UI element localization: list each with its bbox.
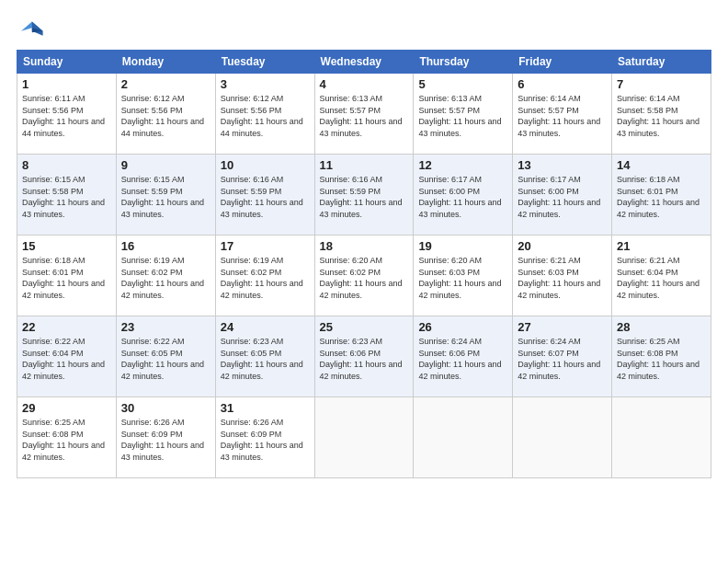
calendar-week-row: 15 Sunrise: 6:18 AM Sunset: 6:01 PM Dayl…	[17, 236, 711, 316]
day-info: Sunrise: 6:13 AM Sunset: 5:57 PM Dayligh…	[320, 93, 409, 139]
day-info: Sunrise: 6:19 AM Sunset: 6:02 PM Dayligh…	[221, 255, 310, 301]
sunrise-label: Sunrise: 6:21 AM	[617, 256, 680, 265]
day-number: 23	[121, 320, 210, 334]
sunrise-label: Sunrise: 6:18 AM	[617, 175, 680, 184]
day-number: 14	[617, 158, 706, 172]
calendar-table: Sunday Monday Tuesday Wednesday Thursday…	[17, 50, 711, 478]
day-number: 28	[617, 320, 706, 334]
day-info: Sunrise: 6:14 AM Sunset: 5:58 PM Dayligh…	[617, 93, 706, 139]
sunrise-label: Sunrise: 6:15 AM	[121, 175, 185, 184]
calendar-cell: 28 Sunrise: 6:25 AM Sunset: 6:08 PM Dayl…	[612, 316, 711, 397]
col-wednesday: Wednesday	[314, 51, 414, 74]
calendar-cell	[612, 397, 711, 478]
col-friday: Friday	[513, 51, 612, 74]
calendar-cell: 24 Sunrise: 6:23 AM Sunset: 6:05 PM Dayl…	[215, 316, 314, 397]
calendar-cell: 31 Sunrise: 6:26 AM Sunset: 6:09 PM Dayl…	[215, 397, 314, 478]
sunset-label: Sunset: 6:07 PM	[518, 349, 579, 358]
sunrise-label: Sunrise: 6:20 AM	[320, 256, 383, 265]
day-number: 27	[518, 320, 607, 334]
sunrise-label: Sunrise: 6:18 AM	[22, 256, 85, 265]
sunset-label: Sunset: 6:05 PM	[221, 349, 282, 358]
daylight-label: Daylight: 11 hours and 43 minutes.	[617, 117, 700, 138]
calendar-cell	[314, 397, 414, 478]
day-info: Sunrise: 6:17 AM Sunset: 6:00 PM Dayligh…	[418, 174, 507, 220]
sunset-label: Sunset: 5:59 PM	[221, 187, 282, 196]
sunset-label: Sunset: 6:01 PM	[22, 268, 84, 277]
calendar-cell: 1 Sunrise: 6:11 AM Sunset: 5:56 PM Dayli…	[17, 74, 117, 155]
calendar-cell: 21 Sunrise: 6:21 AM Sunset: 6:04 PM Dayl…	[612, 236, 711, 316]
daylight-label: Daylight: 11 hours and 42 minutes.	[617, 198, 700, 219]
sunrise-label: Sunrise: 6:16 AM	[320, 175, 383, 184]
sunset-label: Sunset: 5:57 PM	[418, 106, 480, 115]
day-number: 25	[320, 320, 409, 334]
calendar-cell: 9 Sunrise: 6:15 AM Sunset: 5:59 PM Dayli…	[116, 155, 215, 236]
calendar-cell: 20 Sunrise: 6:21 AM Sunset: 6:03 PM Dayl…	[513, 236, 612, 316]
daylight-label: Daylight: 11 hours and 42 minutes.	[22, 360, 105, 381]
daylight-label: Daylight: 11 hours and 43 minutes.	[518, 117, 600, 138]
sunset-label: Sunset: 5:57 PM	[320, 106, 381, 115]
sunset-label: Sunset: 5:58 PM	[22, 187, 84, 196]
day-number: 26	[418, 320, 507, 334]
calendar-cell: 22 Sunrise: 6:22 AM Sunset: 6:04 PM Dayl…	[17, 316, 117, 397]
calendar-cell: 17 Sunrise: 6:19 AM Sunset: 6:02 PM Dayl…	[215, 236, 314, 316]
sunset-label: Sunset: 6:03 PM	[518, 268, 579, 277]
day-number: 21	[617, 239, 706, 253]
sunset-label: Sunset: 6:00 PM	[518, 187, 579, 196]
calendar-cell: 26 Sunrise: 6:24 AM Sunset: 6:06 PM Dayl…	[414, 316, 513, 397]
sunrise-label: Sunrise: 6:22 AM	[121, 337, 185, 346]
calendar-header-row: Sunday Monday Tuesday Wednesday Thursday…	[17, 51, 711, 74]
calendar-cell: 30 Sunrise: 6:26 AM Sunset: 6:09 PM Dayl…	[116, 397, 215, 478]
day-info: Sunrise: 6:25 AM Sunset: 6:08 PM Dayligh…	[617, 336, 706, 382]
logo-icon	[17, 17, 46, 42]
day-number: 7	[617, 77, 706, 91]
daylight-label: Daylight: 11 hours and 43 minutes.	[22, 198, 105, 219]
day-info: Sunrise: 6:14 AM Sunset: 5:57 PM Dayligh…	[518, 93, 607, 139]
day-number: 13	[518, 158, 607, 172]
sunset-label: Sunset: 6:05 PM	[121, 349, 183, 358]
sunrise-label: Sunrise: 6:24 AM	[518, 337, 581, 346]
sunrise-label: Sunrise: 6:12 AM	[221, 94, 284, 103]
sunrise-label: Sunrise: 6:25 AM	[22, 418, 85, 427]
calendar-cell: 2 Sunrise: 6:12 AM Sunset: 5:56 PM Dayli…	[116, 74, 215, 155]
sunrise-label: Sunrise: 6:14 AM	[617, 94, 680, 103]
calendar-cell: 8 Sunrise: 6:15 AM Sunset: 5:58 PM Dayli…	[17, 155, 117, 236]
sunset-label: Sunset: 6:06 PM	[320, 349, 381, 358]
daylight-label: Daylight: 11 hours and 43 minutes.	[121, 198, 204, 219]
calendar-cell: 27 Sunrise: 6:24 AM Sunset: 6:07 PM Dayl…	[513, 316, 612, 397]
day-number: 11	[320, 158, 409, 172]
sunrise-label: Sunrise: 6:21 AM	[518, 256, 581, 265]
daylight-label: Daylight: 11 hours and 42 minutes.	[320, 360, 403, 381]
sunrise-label: Sunrise: 6:19 AM	[121, 256, 185, 265]
day-number: 4	[320, 77, 409, 91]
calendar-cell: 11 Sunrise: 6:16 AM Sunset: 5:59 PM Dayl…	[314, 155, 414, 236]
daylight-label: Daylight: 11 hours and 42 minutes.	[518, 279, 600, 300]
sunset-label: Sunset: 5:59 PM	[121, 187, 183, 196]
daylight-label: Daylight: 11 hours and 42 minutes.	[617, 279, 700, 300]
day-number: 22	[22, 320, 111, 334]
day-info: Sunrise: 6:20 AM Sunset: 6:03 PM Dayligh…	[418, 255, 507, 301]
day-info: Sunrise: 6:24 AM Sunset: 6:07 PM Dayligh…	[518, 336, 607, 382]
daylight-label: Daylight: 11 hours and 43 minutes.	[121, 441, 204, 462]
sunrise-label: Sunrise: 6:14 AM	[518, 94, 581, 103]
sunset-label: Sunset: 6:04 PM	[22, 349, 84, 358]
calendar-cell: 5 Sunrise: 6:13 AM Sunset: 5:57 PM Dayli…	[414, 74, 513, 155]
sunrise-label: Sunrise: 6:20 AM	[418, 256, 482, 265]
daylight-label: Daylight: 11 hours and 42 minutes.	[418, 360, 501, 381]
day-number: 1	[22, 77, 111, 91]
day-info: Sunrise: 6:16 AM Sunset: 5:59 PM Dayligh…	[320, 174, 409, 220]
sunset-label: Sunset: 5:58 PM	[617, 106, 678, 115]
day-number: 17	[221, 239, 310, 253]
day-number: 9	[121, 158, 210, 172]
sunrise-label: Sunrise: 6:26 AM	[121, 418, 185, 427]
col-tuesday: Tuesday	[215, 51, 314, 74]
day-number: 6	[518, 77, 607, 91]
day-info: Sunrise: 6:22 AM Sunset: 6:04 PM Dayligh…	[22, 336, 111, 382]
logo	[17, 17, 50, 42]
sunset-label: Sunset: 6:08 PM	[617, 349, 678, 358]
sunrise-label: Sunrise: 6:16 AM	[221, 175, 284, 184]
day-number: 18	[320, 239, 409, 253]
sunset-label: Sunset: 5:56 PM	[22, 106, 84, 115]
sunrise-label: Sunrise: 6:25 AM	[617, 337, 680, 346]
calendar-week-row: 29 Sunrise: 6:25 AM Sunset: 6:08 PM Dayl…	[17, 397, 711, 478]
daylight-label: Daylight: 11 hours and 42 minutes.	[121, 360, 204, 381]
